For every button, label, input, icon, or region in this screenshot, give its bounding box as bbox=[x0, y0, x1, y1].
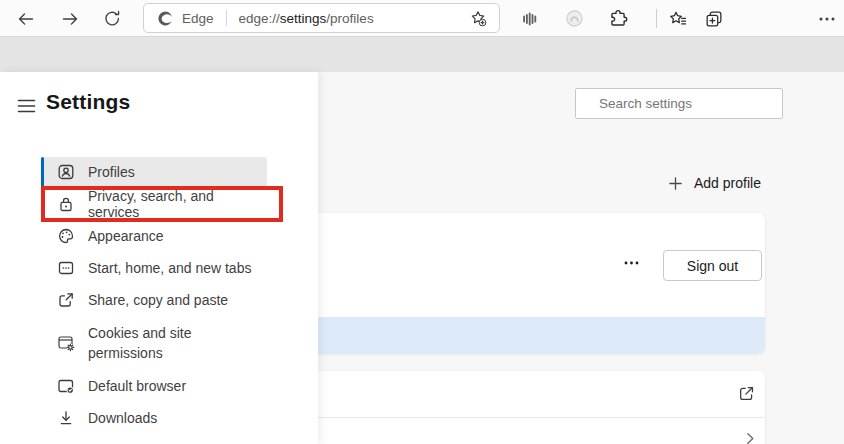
sidebar-item-label: Cookies and site permissions bbox=[88, 323, 267, 363]
browser-menu-button[interactable] bbox=[810, 3, 844, 34]
more-ellipsis-icon bbox=[624, 261, 639, 265]
more-ellipsis-icon bbox=[819, 17, 835, 21]
sidebar-item-appearance[interactable]: Appearance bbox=[41, 221, 267, 251]
edge-logo-icon bbox=[157, 10, 174, 27]
profile-more-button[interactable] bbox=[618, 254, 644, 272]
settings-menu: Profiles Privacy, search, and services A… bbox=[41, 157, 267, 444]
sidebar-item-default-browser[interactable]: Default browser bbox=[41, 371, 267, 401]
extensions-puzzle-icon bbox=[608, 9, 628, 29]
address-bar[interactable]: Edge edge://settings/profiles bbox=[143, 3, 500, 33]
hamburger-icon bbox=[17, 98, 36, 114]
favorite-star-add-icon bbox=[469, 9, 487, 27]
profile-card: Sign out bbox=[270, 213, 765, 353]
chevron-right-icon bbox=[744, 432, 756, 444]
sidebar-item-label: Start, home, and new tabs bbox=[88, 260, 251, 276]
address-separator bbox=[226, 10, 227, 26]
sidebar-item-start-home-tabs[interactable]: Start, home, and new tabs bbox=[41, 253, 267, 283]
search-settings-box[interactable] bbox=[575, 88, 783, 119]
profiles-icon bbox=[57, 163, 75, 181]
toolbar-separator bbox=[656, 9, 657, 28]
collections-button[interactable] bbox=[697, 3, 731, 34]
share-icon bbox=[57, 291, 75, 309]
sidebar-item-label: Default browser bbox=[88, 378, 186, 394]
download-icon bbox=[57, 409, 75, 427]
lock-icon bbox=[57, 195, 75, 213]
sidebar-item-family-safety[interactable]: Family safety bbox=[41, 435, 267, 444]
forward-arrow-icon bbox=[60, 9, 80, 29]
sidebar-item-label: Share, copy and paste bbox=[88, 292, 228, 308]
favorites-list-icon bbox=[668, 9, 688, 29]
sidebar-item-downloads[interactable]: Downloads bbox=[41, 403, 267, 433]
collections-icon bbox=[704, 9, 724, 29]
add-profile-label: Add profile bbox=[694, 175, 761, 191]
sign-out-button[interactable]: Sign out bbox=[663, 250, 762, 281]
card-divider bbox=[270, 417, 765, 418]
sync-info-banner bbox=[270, 317, 765, 353]
back-button[interactable] bbox=[10, 4, 42, 33]
back-arrow-icon bbox=[16, 9, 36, 29]
forward-button[interactable] bbox=[54, 4, 86, 33]
add-favorite-button[interactable] bbox=[467, 7, 489, 29]
sidebar-item-privacy[interactable]: Privacy, search, and services bbox=[41, 189, 267, 219]
sidebar-item-label: Profiles bbox=[88, 164, 135, 180]
extension-wave-button[interactable] bbox=[512, 3, 546, 34]
url-text[interactable]: edge://settings/profiles bbox=[239, 11, 374, 26]
site-label: Edge bbox=[182, 11, 214, 26]
sidebar-item-profiles[interactable]: Profiles bbox=[41, 157, 267, 187]
profile-link-row[interactable] bbox=[270, 371, 765, 417]
search-settings-input[interactable] bbox=[599, 96, 776, 111]
menu-toggle-button[interactable] bbox=[13, 94, 39, 118]
sidebar-item-cookies-permissions[interactable]: Cookies and site permissions bbox=[41, 317, 267, 369]
settings-sidebar: Settings Profiles Privacy, search, and s… bbox=[0, 72, 318, 444]
add-profile-button[interactable]: Add profile bbox=[668, 170, 761, 196]
default-browser-icon bbox=[57, 377, 75, 395]
refresh-button[interactable] bbox=[96, 4, 128, 33]
external-link-icon bbox=[738, 385, 755, 402]
faded-circle-icon bbox=[565, 9, 584, 28]
refresh-icon bbox=[103, 9, 122, 28]
wave-bars-icon bbox=[520, 10, 538, 28]
extensions-button[interactable] bbox=[601, 3, 635, 34]
sidebar-item-share-copy-paste[interactable]: Share, copy and paste bbox=[41, 285, 267, 315]
profile-links-card bbox=[270, 371, 765, 444]
extension-disabled-button[interactable] bbox=[557, 3, 591, 34]
site-permissions-icon bbox=[57, 334, 75, 352]
sidebar-item-label: Downloads bbox=[88, 410, 157, 426]
new-tab-window-icon bbox=[57, 259, 75, 277]
sidebar-item-label: Appearance bbox=[88, 228, 164, 244]
open-external-button[interactable] bbox=[738, 385, 755, 402]
plus-icon bbox=[668, 176, 683, 191]
sidebar-item-label: Privacy, search, and services bbox=[88, 188, 267, 220]
palette-icon bbox=[57, 227, 75, 245]
page-header-band bbox=[0, 37, 844, 72]
favorites-button[interactable] bbox=[661, 3, 695, 34]
chevron-right-button[interactable] bbox=[744, 432, 756, 444]
settings-title: Settings bbox=[46, 90, 130, 114]
browser-toolbar: Edge edge://settings/profiles bbox=[0, 0, 844, 37]
